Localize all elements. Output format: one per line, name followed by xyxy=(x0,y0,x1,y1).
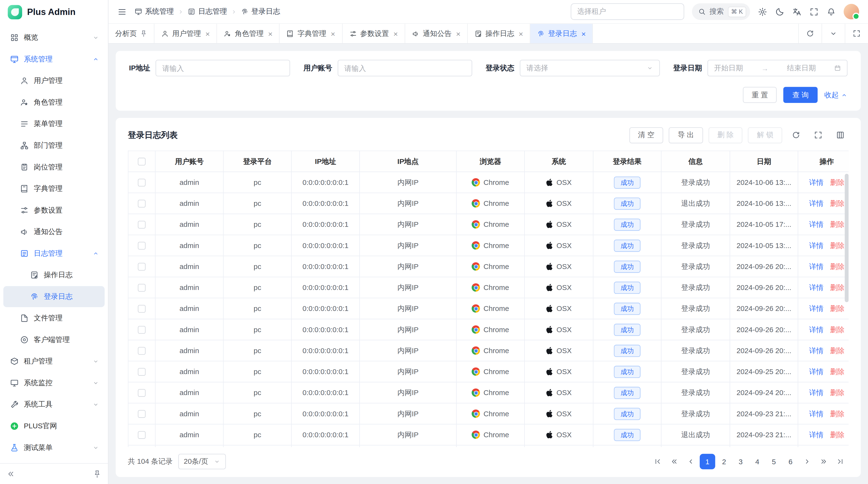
prev-group-button[interactable] xyxy=(666,454,682,469)
IP地址-input[interactable] xyxy=(156,60,290,76)
page-2-button[interactable]: 2 xyxy=(716,454,732,469)
pin-icon[interactable] xyxy=(140,30,147,37)
reset-button[interactable]: 重 置 xyxy=(743,87,777,103)
collapse-sidebar-icon[interactable] xyxy=(7,470,15,478)
detail-link[interactable]: 详情 xyxy=(809,430,824,439)
page-4-button[interactable]: 4 xyxy=(750,454,765,469)
sidebar-item-操作日志[interactable]: 操作日志 xyxy=(3,264,105,285)
global-search[interactable]: 搜索 ⌘ K xyxy=(692,3,750,20)
notifications-bell-icon[interactable] xyxy=(827,7,836,17)
sidebar-item-测试菜单[interactable]: 测试菜单 xyxy=(3,437,105,458)
column-settings-icon[interactable] xyxy=(832,127,849,143)
sidebar-item-租户管理[interactable]: 租户管理 xyxy=(3,351,105,372)
pin-sidebar-icon[interactable] xyxy=(93,470,101,478)
tab-用户管理[interactable]: 用户管理× xyxy=(155,24,217,43)
detail-link[interactable]: 详情 xyxy=(809,346,824,354)
maximize-content-icon[interactable] xyxy=(845,24,868,43)
delete-button[interactable]: 删 除 xyxy=(708,127,742,143)
delete-link[interactable]: 删除 xyxy=(830,283,845,291)
sidebar-item-系统工具[interactable]: 系统工具 xyxy=(3,394,105,415)
sidebar-item-文件管理[interactable]: 文件管理 xyxy=(3,308,105,329)
row-checkbox[interactable] xyxy=(138,305,146,313)
sidebar-item-登录日志[interactable]: 登录日志 xyxy=(3,286,105,307)
last-page-button[interactable] xyxy=(833,454,848,469)
delete-link[interactable]: 删除 xyxy=(830,430,845,439)
sidebar-item-PLUS官网[interactable]: PLUS官网 xyxy=(3,416,105,437)
sidebar-item-用户管理[interactable]: 用户管理 xyxy=(3,70,105,91)
select-all-checkbox[interactable] xyxy=(138,158,146,166)
close-icon[interactable]: × xyxy=(206,30,210,37)
row-checkbox[interactable] xyxy=(138,389,146,397)
tab-通知公告[interactable]: 通知公告× xyxy=(405,24,468,43)
detail-link[interactable]: 详情 xyxy=(809,367,824,375)
sidebar-item-菜单管理[interactable]: 菜单管理 xyxy=(3,114,105,134)
unlock-button[interactable]: 解 锁 xyxy=(748,127,782,143)
detail-link[interactable]: 详情 xyxy=(809,199,824,207)
detail-link[interactable]: 详情 xyxy=(809,325,824,333)
用户账号-input[interactable] xyxy=(338,60,472,76)
next-group-button[interactable] xyxy=(816,454,831,469)
tab-参数设置[interactable]: 参数设置× xyxy=(342,24,405,43)
sidebar-item-系统监控[interactable]: 系统监控 xyxy=(3,373,105,393)
row-checkbox[interactable] xyxy=(138,242,146,250)
sidebar-item-通知公告[interactable]: 通知公告 xyxy=(3,221,105,242)
user-avatar[interactable] xyxy=(844,4,859,19)
sidebar-item-部门管理[interactable]: 部门管理 xyxy=(3,135,105,156)
tab-字典管理[interactable]: 字典管理× xyxy=(280,24,342,43)
page-6-button[interactable]: 6 xyxy=(783,454,798,469)
collapse-filters-link[interactable]: 收起 xyxy=(824,90,847,100)
table-scrollbar-thumb[interactable] xyxy=(845,174,849,302)
tenant-select[interactable]: 选择租户 xyxy=(570,3,684,20)
export-button[interactable]: 导 出 xyxy=(669,127,703,143)
sidebar-item-概览[interactable]: 概览 xyxy=(3,27,105,48)
close-icon[interactable]: × xyxy=(456,30,461,37)
prev-page-button[interactable] xyxy=(683,454,699,469)
fullscreen-table-icon[interactable] xyxy=(810,127,827,143)
page-3-button[interactable]: 3 xyxy=(733,454,748,469)
sidebar-item-系统管理[interactable]: 系统管理 xyxy=(3,49,105,70)
sidebar-item-日志管理[interactable]: 日志管理 xyxy=(3,243,105,264)
row-checkbox[interactable] xyxy=(138,284,146,292)
detail-link[interactable]: 详情 xyxy=(809,283,824,291)
close-icon[interactable]: × xyxy=(268,30,273,37)
first-page-button[interactable] xyxy=(650,454,665,469)
refresh-page-icon[interactable] xyxy=(798,24,822,43)
tab-options-chevron-icon[interactable] xyxy=(822,24,845,43)
close-icon[interactable]: × xyxy=(519,30,523,37)
sidebar-item-工作流[interactable]: 工作流 xyxy=(3,459,105,463)
query-button[interactable]: 查 询 xyxy=(784,87,817,103)
row-checkbox[interactable] xyxy=(138,368,146,376)
row-checkbox[interactable] xyxy=(138,221,146,229)
row-checkbox[interactable] xyxy=(138,347,146,355)
close-icon[interactable]: × xyxy=(331,30,335,37)
tab-操作日志[interactable]: 操作日志× xyxy=(468,24,530,43)
delete-link[interactable]: 删除 xyxy=(830,304,845,312)
delete-link[interactable]: 删除 xyxy=(830,325,845,333)
close-icon[interactable]: × xyxy=(393,30,398,37)
detail-link[interactable]: 详情 xyxy=(809,178,824,186)
sidebar-item-客户端管理[interactable]: 客户端管理 xyxy=(3,329,105,350)
row-checkbox[interactable] xyxy=(138,263,146,271)
close-icon[interactable]: × xyxy=(581,30,586,37)
detail-link[interactable]: 详情 xyxy=(809,241,824,249)
breadcrumb-item[interactable]: 登录日志 xyxy=(241,7,280,17)
sidebar-item-字典管理[interactable]: 字典管理 xyxy=(3,178,105,199)
breadcrumb-item[interactable]: 系统管理 xyxy=(134,7,174,17)
detail-link[interactable]: 详情 xyxy=(809,388,824,396)
hamburger-icon[interactable] xyxy=(117,7,127,17)
app-logo[interactable]: Plus Admin xyxy=(0,0,108,24)
tab-分析页[interactable]: 分析页 xyxy=(108,24,155,43)
settings-gear-icon[interactable] xyxy=(758,7,767,17)
detail-link[interactable]: 详情 xyxy=(809,409,824,417)
sidebar-item-参数设置[interactable]: 参数设置 xyxy=(3,200,105,221)
delete-link[interactable]: 删除 xyxy=(830,409,845,417)
delete-link[interactable]: 删除 xyxy=(830,262,845,270)
next-page-button[interactable] xyxy=(799,454,815,469)
row-checkbox[interactable] xyxy=(138,179,146,187)
detail-link[interactable]: 详情 xyxy=(809,220,824,228)
clear-button[interactable]: 清 空 xyxy=(629,127,663,143)
delete-link[interactable]: 删除 xyxy=(830,346,845,354)
fullscreen-icon[interactable] xyxy=(809,7,819,17)
sidebar-item-岗位管理[interactable]: 岗位管理 xyxy=(3,157,105,178)
breadcrumb-item[interactable]: 日志管理 xyxy=(188,7,227,17)
